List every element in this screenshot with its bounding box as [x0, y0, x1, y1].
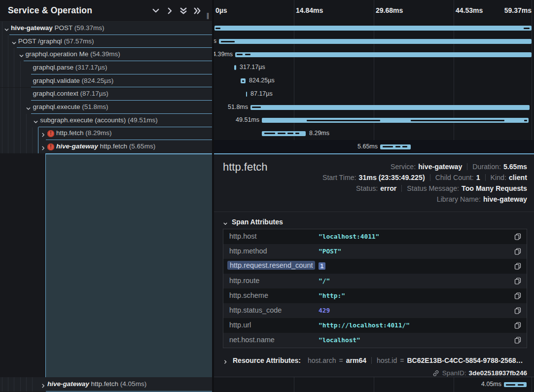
indent-guide	[8, 377, 8, 392]
span-duration-label: 4.05ms	[481, 381, 501, 388]
span-tree-row[interactable]: graphql.context (87.17µs)	[0, 88, 212, 101]
operation-name: graphql.parse	[33, 64, 75, 71]
chevron-right-icon[interactable]	[40, 144, 46, 149]
span-bar[interactable]	[235, 52, 532, 57]
attribute-row[interactable]: http.method"POST"	[223, 244, 527, 259]
span-label: graphql.validate (824.25µs)	[33, 77, 113, 84]
attribute-key: http.method	[229, 247, 267, 255]
copy-icon[interactable]	[514, 262, 522, 270]
copy-icon[interactable]	[514, 336, 522, 344]
child-span-marker	[242, 80, 244, 82]
child-span-marker	[506, 384, 515, 386]
span-label: http.fetch (8.29ms)	[56, 129, 112, 137]
span-tree-row[interactable]: !http.fetch (8.29ms)	[0, 127, 212, 141]
indent-guide	[32, 377, 33, 392]
copy-icon[interactable]	[514, 321, 522, 329]
attribute-key: net.host.name	[229, 336, 275, 344]
indent-guide	[14, 48, 14, 61]
span-duration-label: 51.8ms	[228, 104, 248, 110]
span-label: graphql.execute (51.8ms)	[33, 103, 108, 110]
chevron-down-icon[interactable]	[4, 26, 9, 31]
detail-separator	[214, 212, 534, 212]
span-bar[interactable]	[246, 92, 247, 97]
indent-guide	[2, 61, 2, 74]
double-chevron-down-icon[interactable]	[178, 6, 188, 15]
attribute-key: http.host	[229, 232, 257, 240]
span-attributes-section-header[interactable]: Span Attributes	[223, 218, 283, 226]
attribute-value: 429	[319, 307, 330, 314]
indent-guide	[20, 74, 21, 88]
indent-guide	[14, 377, 14, 392]
indent-guide	[8, 48, 8, 61]
operation-name: POST	[55, 24, 74, 32]
span-bar[interactable]	[219, 39, 532, 44]
chevron-down-icon[interactable]	[11, 39, 17, 44]
chevron-right-icon[interactable]	[40, 382, 46, 387]
span-tree-row[interactable]: graphql.execute (51.8ms)	[0, 101, 212, 114]
indent-guide	[8, 35, 8, 48]
span-tree-row[interactable]: subgraph.execute (accounts) (49.51ms)	[0, 114, 212, 127]
copy-icon[interactable]	[514, 248, 522, 255]
span-duration: (5.65ms)	[129, 143, 155, 150]
attribute-row[interactable]: http.host"localhost:4011"	[223, 229, 527, 244]
span-duration-label: 824.25µs	[249, 77, 275, 84]
span-duration: (8.29ms)	[85, 129, 111, 137]
span-label: subgraph.execute (accounts) (49.51ms)	[40, 116, 158, 124]
span-meta-line: Status:errorStatus Message:Too Many Requ…	[356, 183, 527, 193]
indent-guide	[14, 127, 14, 141]
service-name: hive-gateway	[47, 380, 89, 388]
copy-icon[interactable]	[514, 277, 522, 285]
attribute-row[interactable]: net.host.name"localhost"	[223, 333, 527, 348]
span-tree-row[interactable]: graphql.parse (317.17µs)	[0, 61, 212, 74]
chevron-right-icon[interactable]	[40, 131, 46, 136]
equals-sign: =	[400, 356, 404, 364]
chevron-right-icon[interactable]	[165, 6, 175, 15]
child-span-marker	[252, 107, 261, 108]
child-span-marker	[245, 54, 250, 55]
copy-icon[interactable]	[514, 233, 522, 241]
attribute-row[interactable]: http.url"http://localhost:4011/"	[223, 318, 527, 333]
indent-guide	[32, 127, 33, 141]
timeline-row: 57.57ms	[214, 35, 534, 48]
panel-resize-handle[interactable]: ∥	[206, 12, 210, 19]
attribute-row[interactable]: http.status_code429	[223, 303, 527, 318]
chevron-down-icon[interactable]	[151, 6, 161, 15]
meta-label: Status:	[356, 184, 378, 192]
span-duration: (54.39ms)	[90, 50, 120, 58]
timeline-row: 54.39ms	[214, 48, 534, 61]
child-span-marker	[278, 133, 285, 134]
span-tree-row[interactable]: graphql.operation Me (54.39ms)	[0, 48, 212, 61]
resource-attributes-row[interactable]: Resource Attributes: host.arch=arm64host…	[223, 354, 523, 367]
span-duration-label: 49.51ms	[236, 116, 259, 123]
span-duration-label: 317.17µs	[240, 64, 265, 71]
timeline-tick-label: 14.84ms	[296, 6, 323, 14]
indent-guide	[20, 101, 21, 114]
span-tree-row[interactable]: graphql.validate (824.25µs)	[0, 74, 212, 88]
resource-divider	[371, 357, 372, 364]
span-tree-row[interactable]: !hive-gateway http.fetch (5.65ms)	[0, 140, 212, 153]
attribute-row[interactable]: http.request.resend_count1	[223, 259, 527, 274]
chevron-down-icon[interactable]	[26, 105, 31, 110]
indent-guide	[20, 377, 21, 392]
span-duration: (4.05ms)	[120, 380, 146, 388]
span-bar[interactable]	[250, 105, 530, 110]
span-tree-row[interactable]: hive-gateway POST (59.37ms)	[0, 22, 212, 35]
double-chevron-right-icon[interactable]	[192, 6, 202, 15]
section-title: Span Attributes	[232, 218, 283, 226]
copy-icon[interactable]	[514, 292, 522, 300]
span-bar[interactable]	[234, 65, 236, 70]
chevron-down-icon[interactable]	[19, 52, 24, 57]
attribute-row[interactable]: http.scheme"http:"	[223, 288, 527, 303]
attribute-value: "http:"	[319, 292, 345, 299]
span-meta-line: Start Time:31ms (23:35:49.225)Child Coun…	[322, 173, 527, 182]
attribute-row[interactable]: http.route"/"	[223, 274, 527, 288]
span-tree-row[interactable]: hive-gateway http.fetch (4.05ms)	[0, 377, 212, 392]
child-span-marker	[215, 28, 220, 29]
chevron-down-icon[interactable]	[33, 118, 38, 123]
operation-name: graphql.context	[33, 90, 80, 97]
meta-label: Library Name:	[437, 195, 481, 203]
link-icon[interactable]	[432, 370, 439, 377]
span-tree-row[interactable]: POST /graphql (57.57ms)	[0, 35, 212, 48]
copy-icon[interactable]	[514, 307, 522, 315]
span-bar[interactable]	[214, 26, 532, 31]
